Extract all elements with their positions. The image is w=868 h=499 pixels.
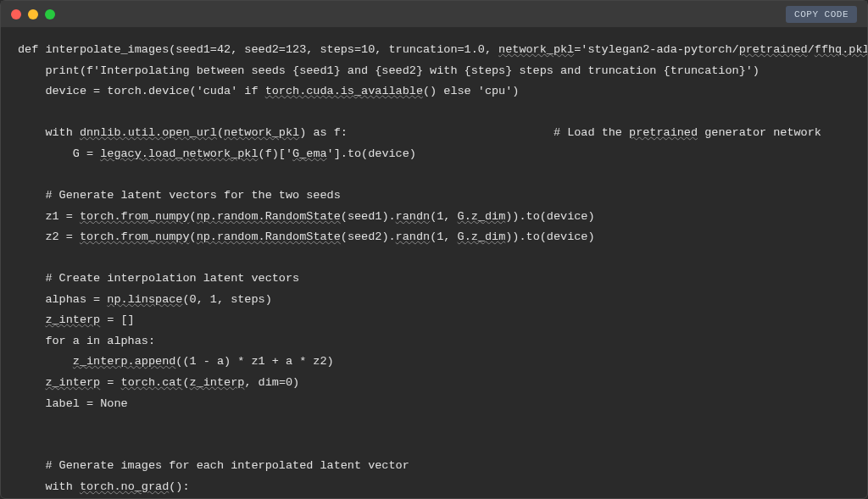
code-line: device = torch.device('cuda' if torch.cu… [18,81,850,103]
code-token: G.z_dim [458,230,506,243]
code-token: z_interp.append [73,355,176,368]
code-window: COPY CODE def interpolate_images(seed1=4… [0,0,868,499]
maximize-button[interactable] [45,9,55,19]
code-token: np.linspace [107,293,182,306]
traffic-lights [11,9,55,19]
code-token: randn [396,230,431,243]
code-line: z2 = torch.from_numpy(np.random.RandomSt… [18,227,850,248]
code-token: pretrained [739,43,808,56]
code-line: alphas = np.linspace(0, 1, steps) [18,290,850,311]
code-line: # Generate latent vectors for the two se… [18,186,850,207]
code-line: label = None [18,394,850,415]
code-token: dnnlib.util.open_url [80,126,217,139]
code-line [18,414,850,435]
code-token: G.z_dim [458,210,506,223]
code-token: z_interp [190,376,245,389]
code-line: z1 = torch.from_numpy(np.random.RandomSt… [18,207,850,228]
copy-code-button[interactable]: COPY CODE [786,6,857,23]
code-line: z_interp = [] [18,310,850,331]
code-line: print(f'Interpolating between seeds {see… [18,61,850,82]
minimize-button[interactable] [28,9,38,19]
code-token: ffhq.pkl [815,43,867,56]
code-token: torch.from_numpy [80,230,190,243]
close-button[interactable] [11,9,21,19]
code-token: z_interp [45,313,100,326]
code-line: with torch.no_grad(): [18,477,850,498]
code-line [18,248,850,269]
code-line: z_interp.append((1 - a) * z1 + a * z2) [18,352,850,373]
code-line: G = legacy.load_network_pkl(f)['G_ema'].… [18,144,850,165]
code-line: def interpolate_images(seed1=42, seed2=1… [18,40,850,61]
code-token: torch.cat [121,376,183,389]
code-token: torch.from_numpy [80,210,190,223]
code-token: pretrained [629,126,698,139]
code-token: G_ema [292,147,327,160]
code-token: randn [396,210,431,223]
code-token: np.random.RandomState [197,210,341,223]
code-line: z_interp = torch.cat(z_interp, dim=0) [18,373,850,394]
code-line: imgs = G(z_interp, label, truncation_psi… [18,497,850,498]
code-token: legacy.load_network_pkl [100,147,258,160]
code-line: for a in alphas: [18,331,850,352]
code-token: network_pkl [224,126,299,139]
code-token: z_interp [45,376,100,389]
code-line: # Create interpolation latent vectors [18,269,850,290]
code-line: # Generate images for each interpolated … [18,456,850,477]
titlebar: COPY CODE [1,1,867,28]
code-line: with dnnlib.util.open_url(network_pkl) a… [18,123,850,144]
code-token: np.random.RandomState [197,230,341,243]
code-token: network_pkl [498,43,574,56]
code-area[interactable]: def interpolate_images(seed1=42, seed2=1… [1,28,867,498]
code-line [18,103,850,124]
code-token: torch.no_grad [80,480,169,493]
code-line [18,164,850,186]
code-token: torch.cuda.is_available [265,85,423,97]
code-line [18,435,850,457]
